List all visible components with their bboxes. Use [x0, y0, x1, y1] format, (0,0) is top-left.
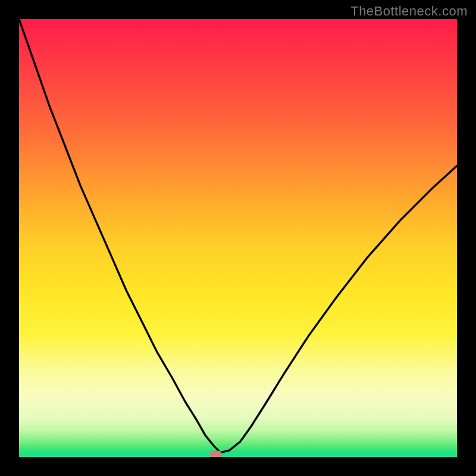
chart-frame: TheBottleneck.com — [0, 0, 476, 476]
optimal-point-marker — [210, 451, 222, 457]
plot-area — [19, 19, 457, 457]
bottleneck-curve — [19, 19, 457, 457]
watermark-text: TheBottleneck.com — [350, 4, 468, 19]
